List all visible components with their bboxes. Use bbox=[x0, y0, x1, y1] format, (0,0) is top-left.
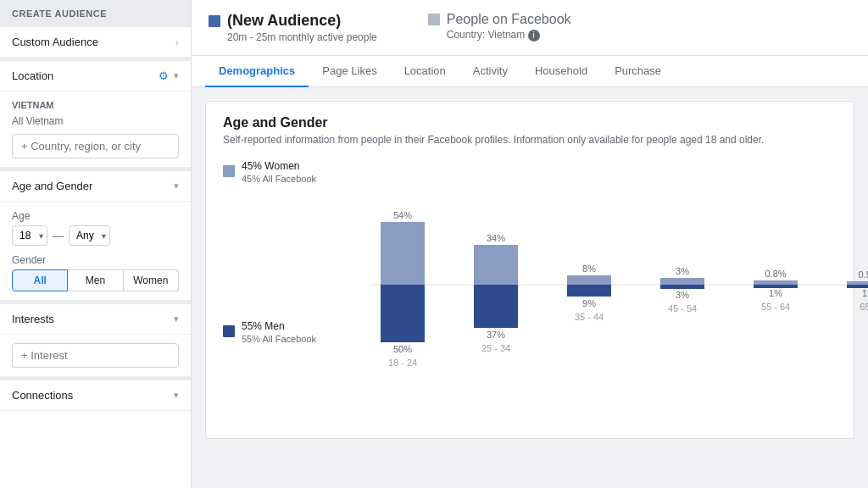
men-sublabel: 55% All Facebook bbox=[242, 334, 316, 344]
location-label: Location bbox=[12, 69, 53, 82]
connections-label: Connections bbox=[12, 389, 73, 402]
legend-women: 45% Women 45% All Facebook bbox=[223, 159, 359, 184]
tab-household[interactable]: Household bbox=[521, 56, 601, 87]
gender-men-button[interactable]: Men bbox=[68, 269, 123, 291]
label-men-5: 1% bbox=[862, 288, 868, 298]
bar-women-1 bbox=[474, 245, 518, 285]
sidebar-header: CREATE AUDIENCE bbox=[0, 0, 191, 27]
age-4: 55 - 64 bbox=[761, 302, 790, 312]
primary-dot bbox=[209, 15, 220, 27]
settings-icon[interactable]: ⚙ bbox=[159, 69, 169, 82]
primary-audience-subtitle: 20m - 25m monthly active people bbox=[227, 31, 377, 43]
chart-wrapper: 45% Women 45% All Facebook 55% Men 55% A… bbox=[223, 159, 837, 424]
label-women-3: 3% bbox=[676, 266, 689, 276]
sidebar: CREATE AUDIENCE Custom Audience › Locati… bbox=[0, 0, 192, 488]
men-dot bbox=[223, 325, 235, 337]
bar-chart: 54% 50% 18 - 24 34% 37% 25 - 34 bbox=[372, 159, 868, 424]
info-icon[interactable]: i bbox=[528, 30, 540, 42]
tab-page-likes[interactable]: Page Likes bbox=[309, 56, 390, 87]
age-gender-section: Age 182125 — Any304065+ Gender All Men W… bbox=[0, 202, 191, 301]
age-min-wrapper: 182125 bbox=[12, 225, 47, 246]
location-country-title: VIETNAM bbox=[12, 100, 179, 110]
tabs-bar: Demographics Page Likes Location Activit… bbox=[192, 56, 868, 87]
chevron-down-icon-3: ▾ bbox=[174, 313, 179, 324]
interests-input[interactable] bbox=[12, 343, 179, 368]
bar-women-4 bbox=[754, 280, 798, 285]
gender-all-button[interactable]: All bbox=[12, 269, 68, 291]
age-label: Age bbox=[12, 210, 179, 222]
label-women-2: 8% bbox=[582, 263, 596, 274]
primary-audience: (New Audience) 20m - 25m monthly active … bbox=[209, 12, 377, 43]
age-min-select[interactable]: 182125 bbox=[12, 225, 47, 246]
primary-audience-title: (New Audience) bbox=[209, 12, 377, 30]
chevron-down-icon-2: ▾ bbox=[174, 180, 179, 191]
chevron-right-icon: › bbox=[175, 37, 179, 47]
interests-label: Interests bbox=[12, 313, 54, 325]
age-3: 45 - 54 bbox=[668, 303, 697, 313]
label-women-5: 0.5% bbox=[858, 269, 868, 280]
tab-activity[interactable]: Activity bbox=[459, 56, 521, 87]
gender-women-button[interactable]: Women bbox=[124, 269, 179, 291]
location-all-label: All Vietnam bbox=[12, 115, 179, 127]
legend-men: 55% Men 55% All Facebook bbox=[223, 319, 359, 344]
bar-women-2 bbox=[567, 275, 611, 285]
bar-women-0 bbox=[381, 222, 425, 285]
chart-title: Age and Gender bbox=[223, 115, 837, 130]
label-men-4: 1% bbox=[769, 288, 782, 298]
gender-row: All Men Women bbox=[12, 269, 179, 291]
label-men-1: 37% bbox=[487, 330, 505, 340]
tab-demographics[interactable]: Demographics bbox=[205, 56, 309, 87]
chevron-down-icon: ▾ bbox=[174, 70, 179, 81]
age-1: 25 - 34 bbox=[481, 343, 510, 353]
age-5: 65 + bbox=[860, 302, 868, 312]
gender-label: Gender bbox=[12, 254, 179, 266]
bar-chart-svg: 54% 50% 18 - 24 34% 37% 25 - 34 bbox=[372, 159, 868, 422]
men-label: 55% Men bbox=[242, 319, 316, 334]
tab-location[interactable]: Location bbox=[391, 56, 459, 87]
secondary-audience-subtitle: Country: Vietnam i bbox=[447, 29, 571, 42]
chart-legend: 45% Women 45% All Facebook 55% Men 55% A… bbox=[223, 159, 359, 344]
age-row: 182125 — Any304065+ bbox=[12, 225, 179, 246]
chevron-down-icon-4: ▾ bbox=[174, 390, 179, 401]
label-women-1: 34% bbox=[487, 233, 505, 243]
bar-women-5 bbox=[847, 281, 868, 285]
women-label: 45% Women bbox=[242, 159, 316, 174]
bar-women-3 bbox=[660, 278, 704, 285]
age-0: 18 - 24 bbox=[388, 358, 417, 368]
bar-men-1 bbox=[474, 285, 518, 328]
audience-header: (New Audience) 20m - 25m monthly active … bbox=[192, 0, 868, 56]
bar-men-3 bbox=[660, 285, 704, 289]
label-men-0: 50% bbox=[393, 344, 412, 354]
location-input[interactable] bbox=[12, 134, 179, 158]
age-max-select[interactable]: Any304065+ bbox=[69, 225, 110, 246]
content-area: Age and Gender Self-reported information… bbox=[192, 87, 868, 488]
age-gender-label: Age and Gender bbox=[12, 180, 92, 192]
bar-men-0 bbox=[381, 285, 425, 342]
custom-audience-label: Custom Audience bbox=[12, 36, 98, 48]
label-women-4: 0.8% bbox=[765, 269, 786, 279]
label-men-3: 3% bbox=[676, 290, 689, 300]
interests-section bbox=[0, 335, 191, 377]
age-dash: — bbox=[53, 230, 64, 242]
location-section: VIETNAM All Vietnam bbox=[0, 92, 191, 168]
main-content: (New Audience) 20m - 25m monthly active … bbox=[192, 0, 868, 488]
sidebar-item-custom-audience[interactable]: Custom Audience › bbox=[0, 27, 191, 58]
bar-men-2 bbox=[567, 285, 611, 297]
interests-toggle[interactable]: Interests ▾ bbox=[0, 304, 191, 335]
label-women-0: 54% bbox=[393, 210, 412, 220]
chart-card: Age and Gender Self-reported information… bbox=[205, 101, 854, 439]
age-gender-toggle[interactable]: Age and Gender ▾ bbox=[0, 171, 191, 202]
age-max-wrapper: Any304065+ bbox=[69, 225, 110, 246]
tab-purchase[interactable]: Purchase bbox=[601, 56, 675, 87]
chart-description: Self-reported information from people in… bbox=[223, 134, 837, 146]
secondary-audience-title: People on Facebook bbox=[428, 12, 571, 27]
secondary-dot bbox=[428, 14, 440, 25]
age-2: 35 - 44 bbox=[575, 312, 604, 322]
connections-toggle[interactable]: Connections ▾ bbox=[0, 380, 191, 411]
women-sublabel: 45% All Facebook bbox=[242, 174, 316, 184]
secondary-audience: People on Facebook Country: Vietnam i bbox=[428, 12, 571, 42]
women-dot bbox=[223, 165, 235, 177]
label-men-2: 9% bbox=[582, 298, 596, 308]
sidebar-item-location[interactable]: Location ⚙ ▾ bbox=[0, 61, 191, 92]
